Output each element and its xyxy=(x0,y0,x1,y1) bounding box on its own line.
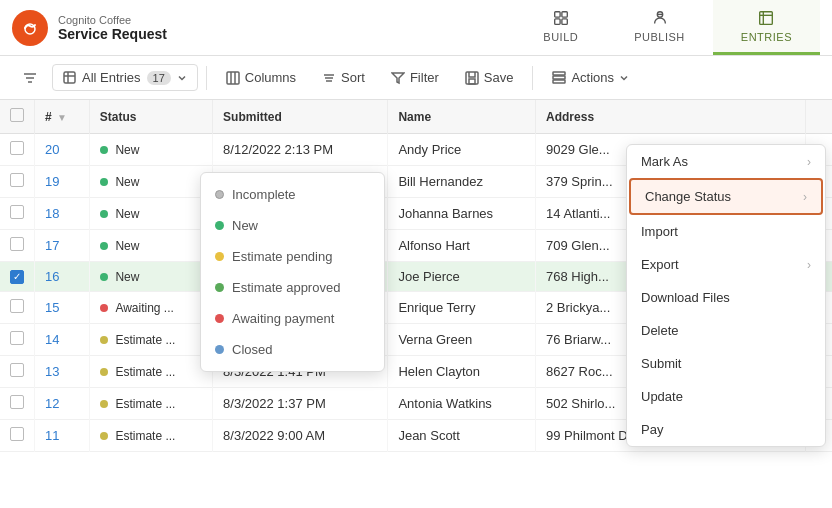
actions-menu[interactable]: Mark As › Change Status › Import Export … xyxy=(626,144,826,447)
select-all-checkbox[interactable] xyxy=(10,108,24,122)
tab-publish[interactable]: PUBLISH xyxy=(606,0,713,55)
filter-btn-label: Filter xyxy=(410,70,439,85)
row-name: Jean Scott xyxy=(388,420,536,452)
row-checkbox[interactable] xyxy=(10,237,24,251)
status-label: Estimate ... xyxy=(115,397,175,411)
columns-icon xyxy=(226,71,240,85)
row-checkbox[interactable] xyxy=(10,299,24,313)
status-dot xyxy=(100,368,108,376)
svg-rect-4 xyxy=(562,19,567,24)
row-name: Andy Price xyxy=(388,134,536,166)
row-checkbox-cell[interactable] xyxy=(0,356,35,388)
actions-button[interactable]: Actions xyxy=(541,64,640,91)
status-label: Awaiting ... xyxy=(115,301,173,315)
row-id: 12 xyxy=(35,388,90,420)
row-checkbox-cell[interactable] xyxy=(0,292,35,324)
status-label: Estimate ... xyxy=(115,333,175,347)
row-checkbox[interactable] xyxy=(10,331,24,345)
export-chevron: › xyxy=(807,258,811,272)
entry-filter[interactable]: All Entries 17 xyxy=(52,64,198,91)
sort-button[interactable]: Sort xyxy=(311,64,376,91)
row-id: 16 xyxy=(35,262,90,292)
awaiting-pay-label: Awaiting payment xyxy=(232,311,334,326)
new-dot xyxy=(215,221,224,230)
save-button[interactable]: Save xyxy=(454,64,525,91)
row-status: New xyxy=(89,230,212,262)
change-status-label: Change Status xyxy=(645,189,731,204)
svg-rect-3 xyxy=(554,19,559,24)
app-title: Service Request xyxy=(58,26,167,42)
row-checkbox[interactable] xyxy=(10,363,24,377)
update-label: Update xyxy=(641,389,683,404)
row-name: Alfonso Hart xyxy=(388,230,536,262)
sort-arrow: ▼ xyxy=(57,112,67,123)
row-checkbox-cell[interactable] xyxy=(0,324,35,356)
row-id: 15 xyxy=(35,292,90,324)
row-checkbox-cell[interactable] xyxy=(0,198,35,230)
est-pending-dot xyxy=(215,252,224,261)
tab-entries[interactable]: ENTRIES xyxy=(713,0,820,55)
status-dot xyxy=(100,210,108,218)
logo-area: Cognito Coffee Service Request xyxy=(12,10,172,46)
row-checkbox[interactable] xyxy=(10,141,24,155)
row-checkbox-cell[interactable] xyxy=(0,230,35,262)
status-option-awaiting-payment[interactable]: Awaiting payment xyxy=(201,303,384,334)
menu-item-import[interactable]: Import xyxy=(627,215,825,248)
status-dot xyxy=(100,273,108,281)
sort-label: Sort xyxy=(341,70,365,85)
est-approved-label: Estimate approved xyxy=(232,280,340,295)
row-checkbox-cell[interactable] xyxy=(0,420,35,452)
row-submitted: 8/12/2022 2:13 PM xyxy=(213,134,388,166)
chevron-down-icon xyxy=(177,73,187,83)
menu-item-update[interactable]: Update xyxy=(627,380,825,413)
status-option-estimate-pending[interactable]: Estimate pending xyxy=(201,241,384,272)
layers-icon xyxy=(552,71,566,85)
row-status: New xyxy=(89,198,212,230)
status-option-incomplete[interactable]: Incomplete xyxy=(201,179,384,210)
row-checkbox[interactable] xyxy=(10,427,24,441)
table-container: # ▼ Status Submitted Name Address 20 New… xyxy=(0,100,832,508)
app-name: Cognito Coffee xyxy=(58,14,167,26)
columns-button[interactable]: Columns xyxy=(215,64,307,91)
menu-item-pay[interactable]: Pay xyxy=(627,413,825,446)
filter-icon-btn[interactable] xyxy=(12,65,48,91)
svg-rect-12 xyxy=(64,72,75,83)
col-name: Name xyxy=(388,100,536,134)
status-label: Estimate ... xyxy=(115,365,175,379)
row-checkbox-cell[interactable] xyxy=(0,166,35,198)
closed-label: Closed xyxy=(232,342,272,357)
row-id: 13 xyxy=(35,356,90,388)
menu-item-submit[interactable]: Submit xyxy=(627,347,825,380)
row-status: Estimate ... xyxy=(89,420,212,452)
sort-icon xyxy=(322,71,336,85)
row-checkbox[interactable]: ✓ xyxy=(10,270,24,284)
select-all-header[interactable] xyxy=(0,100,35,134)
status-dot xyxy=(100,242,108,250)
svg-rect-6 xyxy=(760,12,773,25)
row-checkbox[interactable] xyxy=(10,395,24,409)
status-label: New xyxy=(115,207,139,221)
row-checkbox[interactable] xyxy=(10,205,24,219)
tab-build[interactable]: BUILD xyxy=(515,0,606,55)
status-dot xyxy=(100,178,108,186)
menu-item-download-files[interactable]: Download Files xyxy=(627,281,825,314)
row-status: Awaiting ... xyxy=(89,292,212,324)
status-option-closed[interactable]: Closed xyxy=(201,334,384,365)
new-label: New xyxy=(232,218,258,233)
menu-item-mark-as[interactable]: Mark As › xyxy=(627,145,825,178)
filter-button[interactable]: Filter xyxy=(380,64,450,91)
row-checkbox-cell[interactable] xyxy=(0,388,35,420)
menu-item-delete[interactable]: Delete xyxy=(627,314,825,347)
actions-label: Actions xyxy=(571,70,614,85)
menu-item-export[interactable]: Export › xyxy=(627,248,825,281)
row-status: Estimate ... xyxy=(89,388,212,420)
status-label: New xyxy=(115,239,139,253)
svg-rect-20 xyxy=(553,80,565,83)
row-checkbox-cell[interactable]: ✓ xyxy=(0,262,35,292)
status-option-estimate-approved[interactable]: Estimate approved xyxy=(201,272,384,303)
change-status-submenu[interactable]: Incomplete New Estimate pending Estimate… xyxy=(200,172,385,372)
status-option-new[interactable]: New xyxy=(201,210,384,241)
row-checkbox-cell[interactable] xyxy=(0,134,35,166)
menu-item-change-status[interactable]: Change Status › xyxy=(629,178,823,215)
row-checkbox[interactable] xyxy=(10,173,24,187)
